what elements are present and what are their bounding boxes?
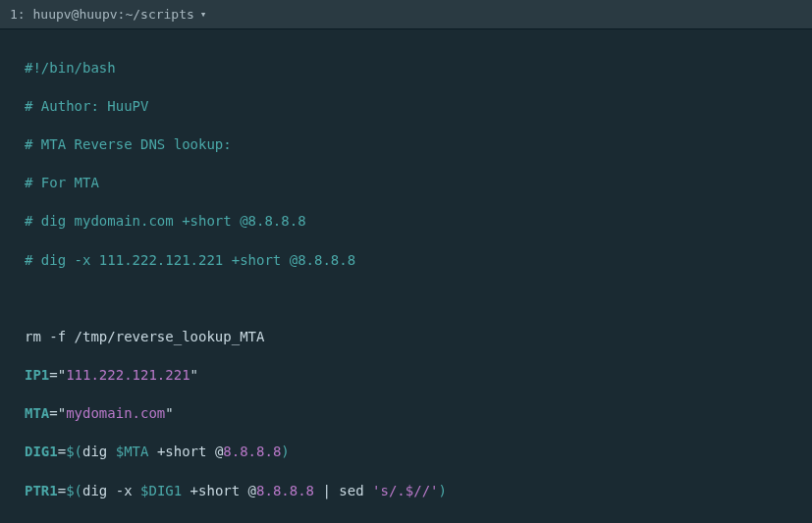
comment-for: # For MTA: [25, 175, 99, 190]
terminal-title: 1: huupv@huupv:~/scripts: [10, 7, 194, 22]
shebang-line: #!/bin/bash: [25, 60, 116, 76]
var-dig1: DIG1: [25, 444, 58, 459]
var-mta: MTA: [25, 405, 49, 421]
comment-dig2: # dig -x 111.222.121.221 +short @8.8.8.8: [25, 252, 355, 268]
comment-desc: # MTA Reverse DNS lookup:: [25, 136, 232, 152]
var-ptr1: PTR1: [25, 483, 58, 498]
var-ip1: IP1: [25, 367, 49, 383]
comment-dig1: # dig mydomain.com +short @8.8.8.8: [25, 213, 306, 229]
rm-command: rm -f /tmp/reverse_lookup_MTA: [25, 329, 264, 344]
terminal-titlebar[interactable]: 1: huupv@huupv:~/scripts ▾: [0, 0, 812, 29]
terminal-content[interactable]: #!/bin/bash # Author: HuuPV # MTA Revers…: [0, 29, 812, 523]
dropdown-arrow-icon[interactable]: ▾: [200, 8, 207, 21]
comment-author: # Author: HuuPV: [25, 98, 148, 114]
